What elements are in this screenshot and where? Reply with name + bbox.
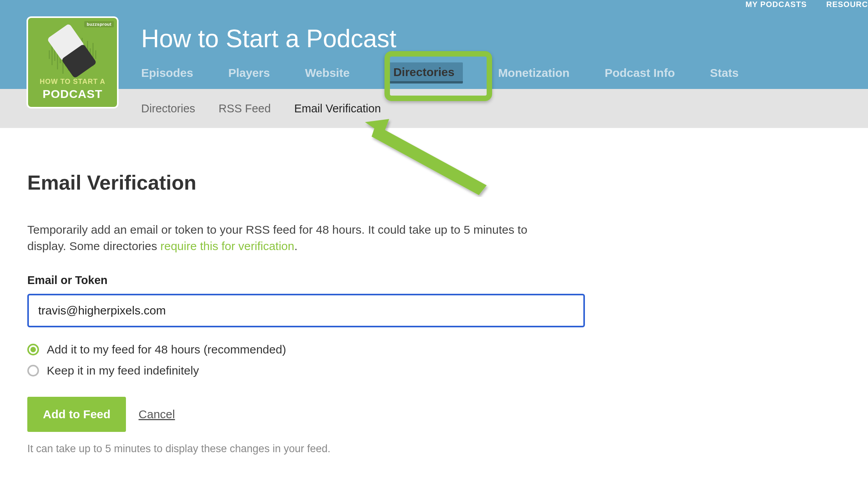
- topnav-resources[interactable]: RESOURC: [826, 0, 868, 9]
- tab-podcast-info[interactable]: Podcast Info: [605, 66, 675, 80]
- radio-indefinitely[interactable]: Keep it in my feed indefinitely: [27, 364, 565, 377]
- radio-unchecked-icon: [27, 365, 39, 376]
- cancel-link[interactable]: Cancel: [138, 408, 175, 421]
- top-nav: MY PODCASTS RESOURC: [746, 0, 868, 9]
- radio-indefinitely-label: Keep it in my feed indefinitely: [47, 364, 199, 377]
- topnav-my-podcasts[interactable]: MY PODCASTS: [746, 0, 807, 9]
- podcast-title: How to Start a Podcast: [141, 24, 397, 53]
- subnav-email-verification[interactable]: Email Verification: [294, 102, 381, 115]
- tab-players[interactable]: Players: [228, 66, 270, 80]
- form-actions: Add to Feed Cancel: [27, 397, 565, 432]
- radio-48-hours[interactable]: Add it to my feed for 48 hours (recommen…: [27, 343, 565, 356]
- email-token-label: Email or Token: [27, 274, 565, 287]
- subnav-rss-feed[interactable]: RSS Feed: [219, 102, 271, 115]
- subnav-directories[interactable]: Directories: [141, 102, 195, 115]
- tab-episodes[interactable]: Episodes: [141, 66, 193, 80]
- email-token-input[interactable]: [27, 294, 585, 327]
- tab-monetization[interactable]: Monetization: [498, 66, 569, 80]
- annotation-highlight-box: [384, 51, 492, 101]
- podcast-logo[interactable]: buzzsprout HOW TO START A PODCAST: [27, 16, 119, 108]
- tab-stats[interactable]: Stats: [710, 66, 739, 80]
- page-content: Email Verification Temporarily add an em…: [0, 128, 593, 478]
- radio-checked-icon: [27, 344, 39, 355]
- logo-badge: buzzsprout: [84, 21, 114, 27]
- footnote: It can take up to 5 minutes to display t…: [27, 443, 565, 455]
- svg-marker-1: [372, 125, 487, 195]
- tab-website[interactable]: Website: [305, 66, 349, 80]
- radio-48-hours-label: Add it to my feed for 48 hours (recommen…: [47, 343, 286, 356]
- verification-link[interactable]: require this for verification: [160, 240, 294, 252]
- page-description: Temporarily add an email or token to you…: [27, 222, 558, 254]
- logo-text: HOW TO START A PODCAST: [28, 77, 117, 101]
- add-to-feed-button[interactable]: Add to Feed: [27, 397, 126, 432]
- annotation-arrow-icon: [362, 119, 494, 197]
